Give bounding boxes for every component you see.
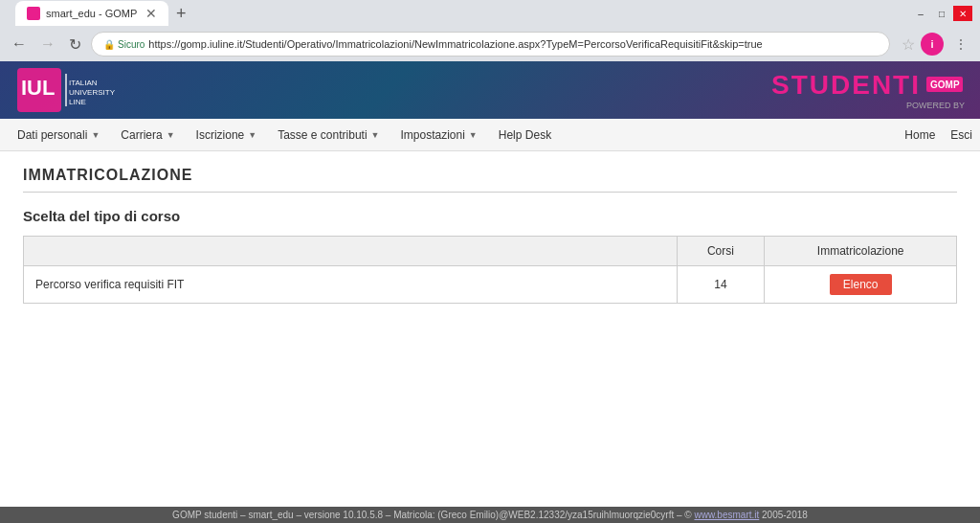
course-name: Percorso verifica requisiti FIT <box>24 266 678 304</box>
tab-title: smart_edu - GOMP <box>46 8 138 19</box>
profile-button[interactable]: i <box>921 33 944 56</box>
nav-home-link[interactable]: Home <box>904 128 935 142</box>
iul-logo: IUL ITALIAN UNIVERSITY LINE <box>15 66 121 114</box>
secure-badge: 🔒 Sicuro <box>103 39 145 50</box>
svg-text:ITALIAN: ITALIAN <box>69 79 98 87</box>
studenti-badge: STUDENTI GOMP POWERED BY <box>771 70 965 110</box>
nav-item-iscrizione[interactable]: Iscrizione ▼ <box>187 123 267 148</box>
svg-text:UNIVERSITY: UNIVERSITY <box>69 88 116 97</box>
course-action: Elenco <box>765 266 957 304</box>
secure-label: Sicuro <box>118 39 145 50</box>
table-header-name <box>24 237 678 266</box>
minimize-button[interactable]: – <box>911 6 930 21</box>
nav-item-tasse[interactable]: Tasse e contributi ▼ <box>268 123 389 148</box>
footer-year: 2005-2018 <box>762 510 808 520</box>
nav-right: Home Esci <box>904 128 972 142</box>
nav-arrow-tasse: ▼ <box>371 130 380 140</box>
nav-left: Dati personali ▼ Carriera ▼ Iscrizione ▼… <box>8 123 561 148</box>
logo-area: IUL ITALIAN UNIVERSITY LINE <box>15 66 121 114</box>
nav-bar: Dati personali ▼ Carriera ▼ Iscrizione ▼… <box>0 119 980 151</box>
nav-label-dati-personali: Dati personali <box>17 128 87 142</box>
nav-esci-link[interactable]: Esci <box>950 128 972 142</box>
forward-button[interactable]: → <box>36 34 59 55</box>
svg-text:GOMP: GOMP <box>930 80 960 90</box>
elenco-button[interactable]: Elenco <box>830 274 892 295</box>
nav-item-dati-personali[interactable]: Dati personali ▼ <box>8 123 109 148</box>
tab-favicon <box>27 7 40 20</box>
nav-item-carriera[interactable]: Carriera ▼ <box>111 123 184 148</box>
new-tab-button[interactable]: + <box>168 2 194 26</box>
url-text: https://gomp.iuline.it/Studenti/Operativ… <box>148 38 878 50</box>
svg-rect-2 <box>65 74 67 106</box>
courses-table: Corsi Immatricolazione Percorso verifica… <box>23 236 957 304</box>
browser-tab[interactable]: smart_edu - GOMP ✕ <box>15 1 168 26</box>
table-header-corsi: Corsi <box>677 237 765 266</box>
nav-label-carriera: Carriera <box>121 128 162 142</box>
window-controls: – □ ✕ <box>911 6 972 21</box>
site-footer: GOMP studenti – smart_edu – versione 10.… <box>0 507 980 523</box>
tab-close-button[interactable]: ✕ <box>145 6 157 21</box>
close-button[interactable]: ✕ <box>953 6 972 21</box>
main-content: IMMATRICOLAZIONE Scelta del tipo di cors… <box>0 151 980 319</box>
lock-icon: 🔒 <box>103 39 115 50</box>
nav-label-tasse: Tasse e contributi <box>278 128 367 142</box>
gomp-logo-small: GOMP <box>926 75 965 94</box>
nav-label-helpdesk: Help Desk <box>499 128 551 142</box>
svg-text:IUL: IUL <box>21 76 55 100</box>
powered-by-text: POWERED BY <box>906 101 965 110</box>
nav-item-helpdesk[interactable]: Help Desk <box>489 123 561 148</box>
table-header-immatricolazione: Immatricolazione <box>765 237 957 266</box>
nav-label-impostazioni: Impostazioni <box>400 128 464 142</box>
back-button[interactable]: ← <box>8 34 31 55</box>
nav-label-iscrizione: Iscrizione <box>196 128 245 142</box>
studenti-text: STUDENTI <box>771 70 921 101</box>
nav-arrow-impostazioni: ▼ <box>469 130 478 140</box>
menu-button[interactable]: ⋮ <box>949 33 972 56</box>
svg-text:LINE: LINE <box>69 98 86 106</box>
nav-arrow-dati-personali: ▼ <box>91 130 100 140</box>
address-input[interactable]: 🔒 Sicuro https://gomp.iuline.it/Studenti… <box>91 32 890 57</box>
maximize-button[interactable]: □ <box>932 6 951 21</box>
divider <box>23 192 957 193</box>
table-row: Percorso verifica requisiti FIT 14 Elenc… <box>24 266 957 304</box>
nav-arrow-iscrizione: ▼ <box>248 130 256 140</box>
nav-item-impostazioni[interactable]: Impostazioni ▼ <box>390 123 486 148</box>
course-count: 14 <box>677 266 765 304</box>
site-header: IUL ITALIAN UNIVERSITY LINE STUDENTI GOM… <box>0 61 980 119</box>
address-bar: ← → ↻ 🔒 Sicuro https://gomp.iuline.it/St… <box>0 27 980 61</box>
footer-text: GOMP studenti – smart_edu – versione 10.… <box>172 510 694 520</box>
reload-button[interactable]: ↻ <box>65 34 85 56</box>
page-title: IMMATRICOLAZIONE <box>23 167 957 184</box>
nav-arrow-carriera: ▼ <box>167 130 175 140</box>
bookmark-button[interactable]: ☆ <box>902 35 915 54</box>
section-title: Scelta del tipo di corso <box>23 208 957 224</box>
footer-link[interactable]: www.besmart.it <box>694 510 759 520</box>
